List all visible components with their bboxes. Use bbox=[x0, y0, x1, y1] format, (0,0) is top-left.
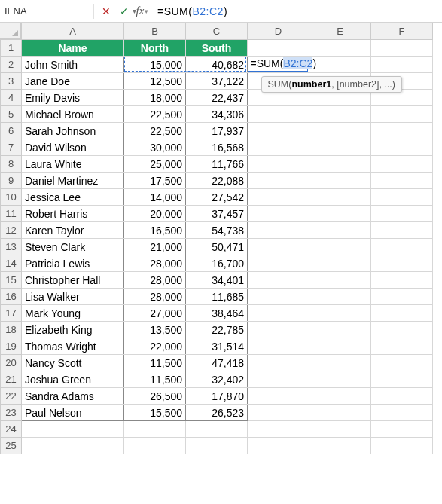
row-header[interactable]: 5 bbox=[1, 106, 22, 123]
cell-B1[interactable]: North bbox=[124, 40, 186, 57]
row-header[interactable]: 18 bbox=[1, 322, 22, 338]
cell-E1[interactable] bbox=[309, 40, 371, 57]
cell-C8[interactable]: 11,766 bbox=[186, 156, 248, 173]
cell-D23[interactable] bbox=[248, 405, 309, 421]
cell-B15[interactable]: 28,000 bbox=[124, 272, 186, 289]
cell-C13[interactable]: 50,471 bbox=[186, 239, 248, 255]
row-header[interactable]: 14 bbox=[1, 255, 22, 272]
cell-A9[interactable]: Daniel Martinez bbox=[22, 173, 124, 189]
cell-A22[interactable]: Sandra Adams bbox=[22, 388, 124, 405]
row-header[interactable]: 12 bbox=[1, 222, 22, 239]
cell-B7[interactable]: 30,000 bbox=[124, 139, 186, 156]
cell-D21[interactable] bbox=[248, 371, 309, 388]
cell-B16[interactable]: 28,000 bbox=[124, 289, 186, 305]
cell-C19[interactable]: 31,514 bbox=[186, 338, 248, 355]
cell-C11[interactable]: 37,457 bbox=[186, 206, 248, 222]
column-header-C[interactable]: C bbox=[186, 23, 248, 40]
cell-E20[interactable] bbox=[309, 355, 371, 371]
cell-F23[interactable] bbox=[371, 405, 433, 421]
cell-D9[interactable] bbox=[248, 173, 309, 189]
insert-function-button[interactable]: fx▾ bbox=[133, 2, 151, 20]
row-header[interactable]: 17 bbox=[1, 305, 22, 322]
cell-D20[interactable] bbox=[248, 355, 309, 371]
cell-F9[interactable] bbox=[371, 173, 433, 189]
cell-B8[interactable]: 25,000 bbox=[124, 156, 186, 173]
cell-D12[interactable] bbox=[248, 222, 309, 239]
cell-E19[interactable] bbox=[309, 338, 371, 355]
cell-D8[interactable] bbox=[248, 156, 309, 173]
cell-E11[interactable] bbox=[309, 206, 371, 222]
cell-A13[interactable]: Steven Clark bbox=[22, 239, 124, 255]
row-header[interactable]: 23 bbox=[1, 405, 22, 421]
row-header[interactable]: 25 bbox=[1, 438, 22, 454]
cell-D13[interactable] bbox=[248, 239, 309, 255]
cell-B9[interactable]: 17,500 bbox=[124, 173, 186, 189]
cell-B17[interactable]: 27,000 bbox=[124, 305, 186, 322]
column-header-E[interactable]: E bbox=[309, 23, 371, 40]
cell-F12[interactable] bbox=[371, 222, 433, 239]
cell-C16[interactable]: 11,685 bbox=[186, 289, 248, 305]
cell-B4[interactable]: 18,000 bbox=[124, 90, 186, 106]
cell-F19[interactable] bbox=[371, 338, 433, 355]
cell-A3[interactable]: Jane Doe bbox=[22, 73, 124, 90]
row-header[interactable]: 7 bbox=[1, 139, 22, 156]
column-header-F[interactable]: F bbox=[371, 23, 433, 40]
cell-B19[interactable]: 22,000 bbox=[124, 338, 186, 355]
cell-D17[interactable] bbox=[248, 305, 309, 322]
cell-C25[interactable] bbox=[186, 438, 248, 454]
cell-B24[interactable] bbox=[124, 421, 186, 438]
cell-F15[interactable] bbox=[371, 272, 433, 289]
cell-B22[interactable]: 26,500 bbox=[124, 388, 186, 405]
formula-input[interactable]: =SUM(B2:C2) bbox=[151, 5, 442, 17]
cell-editor[interactable]: =SUM(B2:C2) bbox=[249, 57, 319, 69]
cell-C7[interactable]: 16,568 bbox=[186, 139, 248, 156]
cell-E10[interactable] bbox=[309, 189, 371, 206]
row-header[interactable]: 1 bbox=[1, 40, 22, 57]
cell-A5[interactable]: Michael Brown bbox=[22, 106, 124, 123]
accept-button[interactable]: ✓ bbox=[115, 2, 133, 20]
cell-A15[interactable]: Christopher Hall bbox=[22, 272, 124, 289]
cell-D16[interactable] bbox=[248, 289, 309, 305]
cell-D14[interactable] bbox=[248, 255, 309, 272]
cell-C21[interactable]: 32,402 bbox=[186, 371, 248, 388]
cell-E8[interactable] bbox=[309, 156, 371, 173]
cell-C6[interactable]: 17,937 bbox=[186, 123, 248, 139]
cell-A10[interactable]: Jessica Lee bbox=[22, 189, 124, 206]
cell-E9[interactable] bbox=[309, 173, 371, 189]
cell-E16[interactable] bbox=[309, 289, 371, 305]
row-header[interactable]: 4 bbox=[1, 90, 22, 106]
cell-A2[interactable]: John Smith bbox=[22, 57, 124, 73]
cell-B18[interactable]: 13,500 bbox=[124, 322, 186, 338]
cell-E18[interactable] bbox=[309, 322, 371, 338]
cell-B23[interactable]: 15,500 bbox=[124, 405, 186, 421]
cell-C3[interactable]: 37,122 bbox=[186, 73, 248, 90]
cell-C9[interactable]: 22,088 bbox=[186, 173, 248, 189]
cell-F1[interactable] bbox=[371, 40, 433, 57]
cell-A23[interactable]: Paul Nelson bbox=[22, 405, 124, 421]
cell-D10[interactable] bbox=[248, 189, 309, 206]
cancel-button[interactable]: ✕ bbox=[97, 2, 115, 20]
cell-A14[interactable]: Patricia Lewis bbox=[22, 255, 124, 272]
cell-A6[interactable]: Sarah Johnson bbox=[22, 123, 124, 139]
row-header[interactable]: 22 bbox=[1, 388, 22, 405]
column-header-B[interactable]: B bbox=[124, 23, 186, 40]
cell-F20[interactable] bbox=[371, 355, 433, 371]
cell-B3[interactable]: 12,500 bbox=[124, 73, 186, 90]
cell-E13[interactable] bbox=[309, 239, 371, 255]
cell-A17[interactable]: Mark Young bbox=[22, 305, 124, 322]
cell-A7[interactable]: David Wilson bbox=[22, 139, 124, 156]
name-box-wrap[interactable]: ▾ bbox=[0, 0, 90, 22]
cell-C12[interactable]: 54,738 bbox=[186, 222, 248, 239]
row-header[interactable]: 6 bbox=[1, 123, 22, 139]
row-header[interactable]: 24 bbox=[1, 421, 22, 438]
cell-B2[interactable]: 15,000 bbox=[124, 57, 186, 73]
cell-D25[interactable] bbox=[248, 438, 309, 454]
row-header[interactable]: 13 bbox=[1, 239, 22, 255]
cell-A18[interactable]: Elizabeth King bbox=[22, 322, 124, 338]
cell-A12[interactable]: Karen Taylor bbox=[22, 222, 124, 239]
cell-D6[interactable] bbox=[248, 123, 309, 139]
cell-A8[interactable]: Laura White bbox=[22, 156, 124, 173]
cell-C20[interactable]: 47,418 bbox=[186, 355, 248, 371]
select-all-corner[interactable] bbox=[0, 23, 21, 39]
column-header-A[interactable]: A bbox=[22, 23, 124, 40]
